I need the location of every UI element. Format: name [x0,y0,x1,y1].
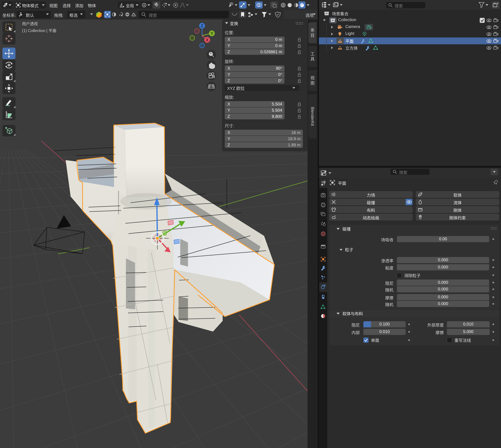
svg-text:X: X [206,38,209,42]
svg-text:Z: Z [201,24,203,28]
svg-text:Y: Y [210,31,213,36]
